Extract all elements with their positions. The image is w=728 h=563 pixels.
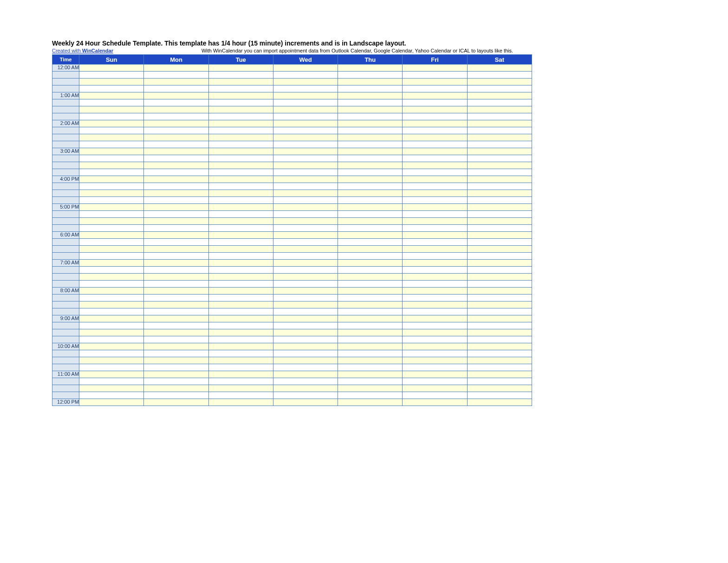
schedule-cell[interactable] [467, 350, 532, 357]
schedule-cell[interactable] [403, 106, 467, 113]
schedule-cell[interactable] [208, 225, 273, 232]
schedule-cell[interactable] [467, 134, 532, 141]
schedule-cell[interactable] [79, 301, 144, 308]
schedule-cell[interactable] [403, 301, 467, 308]
schedule-cell[interactable] [273, 169, 338, 176]
schedule-cell[interactable] [273, 329, 338, 336]
schedule-cell[interactable] [338, 120, 403, 127]
schedule-cell[interactable] [403, 155, 467, 162]
schedule-cell[interactable] [144, 392, 208, 399]
schedule-cell[interactable] [144, 343, 208, 350]
schedule-cell[interactable] [144, 322, 208, 329]
schedule-cell[interactable] [144, 204, 208, 211]
schedule-cell[interactable] [208, 72, 273, 79]
schedule-cell[interactable] [208, 322, 273, 329]
schedule-cell[interactable] [403, 253, 467, 260]
schedule-cell[interactable] [467, 385, 532, 392]
schedule-cell[interactable] [403, 267, 467, 274]
schedule-cell[interactable] [79, 274, 144, 281]
schedule-cell[interactable] [403, 322, 467, 329]
schedule-cell[interactable] [403, 364, 467, 371]
schedule-cell[interactable] [208, 155, 273, 162]
schedule-cell[interactable] [338, 155, 403, 162]
schedule-cell[interactable] [273, 232, 338, 239]
schedule-cell[interactable] [467, 99, 532, 106]
schedule-cell[interactable] [338, 336, 403, 343]
schedule-cell[interactable] [144, 239, 208, 246]
schedule-cell[interactable] [208, 260, 273, 267]
schedule-cell[interactable] [467, 336, 532, 343]
schedule-cell[interactable] [467, 301, 532, 308]
schedule-cell[interactable] [467, 204, 532, 211]
schedule-cell[interactable] [403, 399, 467, 406]
schedule-cell[interactable] [467, 392, 532, 399]
schedule-cell[interactable] [208, 92, 273, 99]
schedule-cell[interactable] [79, 85, 144, 92]
schedule-cell[interactable] [208, 79, 273, 85]
schedule-cell[interactable] [208, 134, 273, 141]
schedule-cell[interactable] [144, 385, 208, 392]
schedule-cell[interactable] [79, 218, 144, 225]
schedule-cell[interactable] [144, 183, 208, 190]
schedule-cell[interactable] [467, 190, 532, 197]
schedule-cell[interactable] [144, 274, 208, 281]
schedule-cell[interactable] [403, 260, 467, 267]
schedule-cell[interactable] [338, 399, 403, 406]
schedule-cell[interactable] [208, 211, 273, 218]
schedule-cell[interactable] [467, 127, 532, 134]
schedule-cell[interactable] [208, 232, 273, 239]
schedule-cell[interactable] [208, 274, 273, 281]
schedule-cell[interactable] [144, 246, 208, 253]
schedule-cell[interactable] [273, 281, 338, 288]
schedule-cell[interactable] [467, 357, 532, 364]
schedule-cell[interactable] [338, 308, 403, 315]
schedule-cell[interactable] [273, 183, 338, 190]
schedule-cell[interactable] [208, 239, 273, 246]
schedule-cell[interactable] [403, 211, 467, 218]
schedule-cell[interactable] [467, 281, 532, 288]
schedule-cell[interactable] [208, 253, 273, 260]
schedule-cell[interactable] [403, 79, 467, 85]
schedule-cell[interactable] [144, 155, 208, 162]
schedule-cell[interactable] [273, 364, 338, 371]
schedule-cell[interactable] [403, 371, 467, 378]
schedule-cell[interactable] [273, 218, 338, 225]
schedule-cell[interactable] [144, 288, 208, 295]
schedule-cell[interactable] [208, 246, 273, 253]
schedule-cell[interactable] [467, 176, 532, 183]
schedule-cell[interactable] [467, 141, 532, 148]
schedule-cell[interactable] [79, 99, 144, 106]
schedule-cell[interactable] [79, 176, 144, 183]
schedule-cell[interactable] [273, 190, 338, 197]
schedule-cell[interactable] [144, 127, 208, 134]
schedule-cell[interactable] [208, 385, 273, 392]
schedule-cell[interactable] [273, 246, 338, 253]
schedule-cell[interactable] [338, 295, 403, 301]
schedule-cell[interactable] [79, 232, 144, 239]
schedule-cell[interactable] [208, 329, 273, 336]
schedule-cell[interactable] [79, 211, 144, 218]
schedule-cell[interactable] [338, 288, 403, 295]
schedule-cell[interactable] [403, 385, 467, 392]
schedule-cell[interactable] [208, 85, 273, 92]
schedule-cell[interactable] [467, 343, 532, 350]
schedule-cell[interactable] [208, 392, 273, 399]
schedule-cell[interactable] [338, 134, 403, 141]
schedule-cell[interactable] [79, 399, 144, 406]
schedule-cell[interactable] [79, 141, 144, 148]
schedule-cell[interactable] [467, 364, 532, 371]
schedule-cell[interactable] [79, 288, 144, 295]
schedule-cell[interactable] [467, 211, 532, 218]
schedule-cell[interactable] [208, 315, 273, 322]
schedule-cell[interactable] [273, 274, 338, 281]
schedule-cell[interactable] [338, 79, 403, 85]
schedule-cell[interactable] [208, 113, 273, 120]
schedule-cell[interactable] [208, 267, 273, 274]
schedule-cell[interactable] [403, 204, 467, 211]
schedule-cell[interactable] [338, 162, 403, 169]
schedule-cell[interactable] [79, 385, 144, 392]
schedule-cell[interactable] [79, 225, 144, 232]
schedule-cell[interactable] [79, 357, 144, 364]
schedule-cell[interactable] [338, 204, 403, 211]
schedule-cell[interactable] [338, 113, 403, 120]
